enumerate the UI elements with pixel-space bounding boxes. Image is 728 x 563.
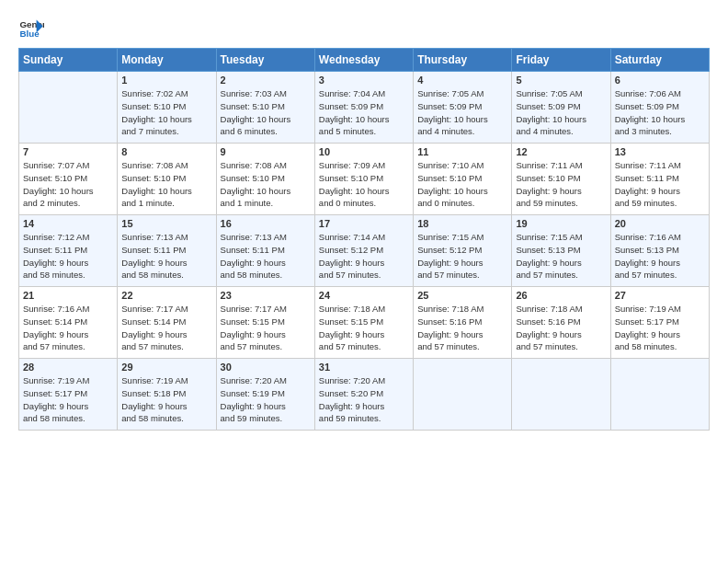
day-number: 16 [221,218,311,229]
calendar-week-1: 1Sunrise: 7:02 AM Sunset: 5:10 PM Daylig… [19,72,710,144]
calendar-cell: 31Sunrise: 7:20 AM Sunset: 5:20 PM Dayli… [314,359,413,431]
day-info: Sunrise: 7:11 AM Sunset: 5:11 PM Dayligh… [615,159,705,210]
calendar-cell: 6Sunrise: 7:06 AM Sunset: 5:09 PM Daylig… [610,72,709,144]
day-number: 6 [615,75,705,86]
day-info: Sunrise: 7:02 AM Sunset: 5:10 PM Dayligh… [121,87,211,138]
logo: General Blue [18,15,48,40]
calendar-cell: 10Sunrise: 7:09 AM Sunset: 5:10 PM Dayli… [314,144,413,215]
calendar-cell: 30Sunrise: 7:20 AM Sunset: 5:19 PM Dayli… [216,359,314,431]
calendar-cell: 17Sunrise: 7:14 AM Sunset: 5:12 PM Dayli… [314,215,413,287]
day-info: Sunrise: 7:05 AM Sunset: 5:09 PM Dayligh… [417,87,507,138]
day-number: 9 [221,146,311,157]
day-number: 27 [615,290,705,301]
day-number: 13 [615,146,705,157]
day-number: 21 [23,290,113,301]
day-info: Sunrise: 7:15 AM Sunset: 5:12 PM Dayligh… [417,231,507,282]
day-info: Sunrise: 7:20 AM Sunset: 5:20 PM Dayligh… [319,374,409,425]
calendar-cell: 28Sunrise: 7:19 AM Sunset: 5:17 PM Dayli… [19,359,118,431]
day-info: Sunrise: 7:08 AM Sunset: 5:10 PM Dayligh… [121,159,211,210]
calendar-cell: 2Sunrise: 7:03 AM Sunset: 5:10 PM Daylig… [216,72,314,144]
weekday-thursday: Thursday [414,49,512,72]
weekday-header-row: SundayMondayTuesdayWednesdayThursdayFrid… [19,49,710,72]
day-number: 8 [121,146,211,157]
calendar-cell: 12Sunrise: 7:11 AM Sunset: 5:10 PM Dayli… [512,144,610,215]
calendar-cell: 20Sunrise: 7:16 AM Sunset: 5:13 PM Dayli… [610,215,709,287]
day-info: Sunrise: 7:06 AM Sunset: 5:09 PM Dayligh… [615,87,705,138]
calendar-cell: 8Sunrise: 7:08 AM Sunset: 5:10 PM Daylig… [118,144,216,215]
day-info: Sunrise: 7:16 AM Sunset: 5:13 PM Dayligh… [615,231,705,282]
calendar-week-5: 28Sunrise: 7:19 AM Sunset: 5:17 PM Dayli… [19,359,710,431]
day-info: Sunrise: 7:10 AM Sunset: 5:10 PM Dayligh… [417,159,507,210]
calendar-cell: 3Sunrise: 7:04 AM Sunset: 5:09 PM Daylig… [314,72,413,144]
calendar-cell [414,359,512,431]
calendar-week-3: 14Sunrise: 7:12 AM Sunset: 5:11 PM Dayli… [19,215,710,287]
calendar-cell: 18Sunrise: 7:15 AM Sunset: 5:12 PM Dayli… [414,215,512,287]
calendar-cell [19,72,118,144]
day-number: 4 [417,75,507,86]
logo-icon: General Blue [18,15,44,40]
calendar-body: 1Sunrise: 7:02 AM Sunset: 5:10 PM Daylig… [19,72,710,431]
day-number: 7 [23,146,113,157]
calendar-cell: 22Sunrise: 7:17 AM Sunset: 5:14 PM Dayli… [118,287,216,359]
calendar-week-4: 21Sunrise: 7:16 AM Sunset: 5:14 PM Dayli… [19,287,710,359]
calendar-cell: 15Sunrise: 7:13 AM Sunset: 5:11 PM Dayli… [118,215,216,287]
calendar-cell: 29Sunrise: 7:19 AM Sunset: 5:18 PM Dayli… [118,359,216,431]
calendar-cell: 16Sunrise: 7:13 AM Sunset: 5:11 PM Dayli… [216,215,314,287]
calendar-cell: 27Sunrise: 7:19 AM Sunset: 5:17 PM Dayli… [610,287,709,359]
day-number: 26 [516,290,606,301]
calendar-cell: 13Sunrise: 7:11 AM Sunset: 5:11 PM Dayli… [610,144,709,215]
day-info: Sunrise: 7:13 AM Sunset: 5:11 PM Dayligh… [221,231,311,282]
calendar-cell: 4Sunrise: 7:05 AM Sunset: 5:09 PM Daylig… [414,72,512,144]
calendar-cell: 19Sunrise: 7:15 AM Sunset: 5:13 PM Dayli… [512,215,610,287]
weekday-saturday: Saturday [610,49,709,72]
day-number: 17 [319,218,409,229]
calendar-cell: 23Sunrise: 7:17 AM Sunset: 5:15 PM Dayli… [216,287,314,359]
day-info: Sunrise: 7:14 AM Sunset: 5:12 PM Dayligh… [319,231,409,282]
day-number: 11 [417,146,507,157]
calendar-cell: 25Sunrise: 7:18 AM Sunset: 5:16 PM Dayli… [414,287,512,359]
day-number: 30 [221,362,311,373]
calendar-cell: 14Sunrise: 7:12 AM Sunset: 5:11 PM Dayli… [19,215,118,287]
day-info: Sunrise: 7:15 AM Sunset: 5:13 PM Dayligh… [516,231,606,282]
day-number: 5 [516,75,606,86]
day-info: Sunrise: 7:18 AM Sunset: 5:16 PM Dayligh… [417,303,507,353]
day-number: 20 [615,218,705,229]
day-number: 19 [516,218,606,229]
day-info: Sunrise: 7:20 AM Sunset: 5:19 PM Dayligh… [221,374,311,425]
day-number: 3 [319,75,409,86]
calendar-table: SundayMondayTuesdayWednesdayThursdayFrid… [18,48,710,431]
day-info: Sunrise: 7:05 AM Sunset: 5:09 PM Dayligh… [516,87,606,138]
calendar-cell: 24Sunrise: 7:18 AM Sunset: 5:15 PM Dayli… [314,287,413,359]
calendar-cell: 21Sunrise: 7:16 AM Sunset: 5:14 PM Dayli… [19,287,118,359]
weekday-friday: Friday [512,49,610,72]
calendar-cell [512,359,610,431]
calendar-cell [610,359,709,431]
day-number: 28 [23,362,113,373]
calendar-cell: 11Sunrise: 7:10 AM Sunset: 5:10 PM Dayli… [414,144,512,215]
calendar-cell: 9Sunrise: 7:08 AM Sunset: 5:10 PM Daylig… [216,144,314,215]
day-info: Sunrise: 7:04 AM Sunset: 5:09 PM Dayligh… [319,87,409,138]
svg-text:Blue: Blue [19,29,40,39]
day-number: 1 [121,75,211,86]
day-info: Sunrise: 7:13 AM Sunset: 5:11 PM Dayligh… [121,231,211,282]
calendar-cell: 1Sunrise: 7:02 AM Sunset: 5:10 PM Daylig… [118,72,216,144]
day-info: Sunrise: 7:09 AM Sunset: 5:10 PM Dayligh… [319,159,409,210]
weekday-sunday: Sunday [19,49,118,72]
header: General Blue [18,15,710,40]
day-number: 23 [221,290,311,301]
day-info: Sunrise: 7:17 AM Sunset: 5:14 PM Dayligh… [121,303,211,353]
weekday-tuesday: Tuesday [216,49,314,72]
day-number: 2 [221,75,311,86]
day-info: Sunrise: 7:17 AM Sunset: 5:15 PM Dayligh… [221,303,311,353]
day-info: Sunrise: 7:07 AM Sunset: 5:10 PM Dayligh… [23,159,113,210]
page-container: General Blue SundayMondayTuesdayWednesda… [0,0,728,440]
day-number: 31 [319,362,409,373]
day-number: 29 [121,362,211,373]
day-info: Sunrise: 7:16 AM Sunset: 5:14 PM Dayligh… [23,303,113,353]
day-number: 18 [417,218,507,229]
weekday-monday: Monday [118,49,216,72]
day-info: Sunrise: 7:19 AM Sunset: 5:18 PM Dayligh… [121,374,211,425]
day-info: Sunrise: 7:08 AM Sunset: 5:10 PM Dayligh… [221,159,311,210]
day-number: 24 [319,290,409,301]
weekday-wednesday: Wednesday [314,49,413,72]
